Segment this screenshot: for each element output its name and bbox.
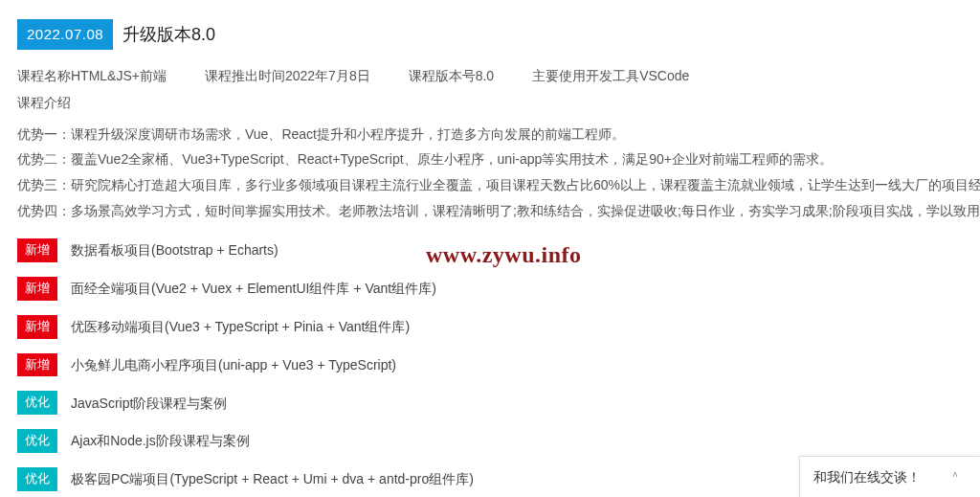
advantage-item: 优势一：课程升级深度调研市场需求，Vue、React提升和小程序提升，打造多方向… <box>17 122 963 147</box>
tag-new: 新增 <box>17 238 57 262</box>
change-text: 面经全端项目(Vue2 + Vuex + ElementUI组件库 + Vant… <box>71 278 436 299</box>
tag-new: 新增 <box>17 277 57 301</box>
watermark-text: www.zywu.info <box>426 237 582 273</box>
tag-optimize: 优化 <box>17 429 57 453</box>
chevron-up-icon: ＾ <box>949 467 961 486</box>
header-row: 2022.07.08 升级版本8.0 <box>17 19 963 50</box>
advantage-list: 优势一：课程升级深度调研市场需求，Vue、React提升和小程序提升，打造多方向… <box>17 122 963 223</box>
tag-new: 新增 <box>17 353 57 377</box>
change-text: JavaScript阶段课程与案例 <box>71 393 227 414</box>
tag-optimize: 优化 <box>17 391 57 415</box>
advantage-item: 优势四：多场景高效学习方式，短时间掌握实用技术。老师教法培训，课程清晰明了;教和… <box>17 198 963 224</box>
chat-widget[interactable]: 和我们在线交谈！ ＾ <box>799 456 980 497</box>
date-badge: 2022.07.08 <box>17 19 113 50</box>
meta-course-name: 课程名称HTML&JS+前端 <box>17 65 167 86</box>
tag-optimize: 优化 <box>17 467 57 491</box>
change-row: 新增 优医移动端项目(Vue3 + TypeScript + Pinia + V… <box>17 315 963 339</box>
upgrade-title: 升级版本8.0 <box>122 21 215 49</box>
change-row: 新增 面经全端项目(Vue2 + Vuex + ElementUI组件库 + V… <box>17 277 963 301</box>
change-text: 数据看板项目(Bootstrap + Echarts) <box>71 239 278 260</box>
change-row: 优化 Ajax和Node.js阶段课程与案例 <box>17 429 963 453</box>
change-row: 优化 JavaScript阶段课程与案例 <box>17 391 963 415</box>
meta-version: 课程版本号8.0 <box>409 65 494 86</box>
meta-row: 课程名称HTML&JS+前端 课程推出时间2022年7月8日 课程版本号8.0 … <box>17 65 963 86</box>
change-text: 极客园PC端项目(TypeScript + React + Umi + dva … <box>71 468 474 489</box>
meta-release-time: 课程推出时间2022年7月8日 <box>205 65 370 86</box>
advantage-item: 优势三：研究院精心打造超大项目库，多行业多领域项目课程主流行业全覆盖，项目课程天… <box>17 172 963 198</box>
meta-tool: 主要使用开发工具VSCode <box>532 65 689 86</box>
change-row: 新增 小兔鲜儿电商小程序项目(uni-app + Vue3 + TypeScri… <box>17 353 963 377</box>
chat-label: 和我们在线交谈！ <box>813 466 921 487</box>
change-text: 优医移动端项目(Vue3 + TypeScript + Pinia + Vant… <box>71 316 410 337</box>
change-text: 小兔鲜儿电商小程序项目(uni-app + Vue3 + TypeScript) <box>71 354 396 375</box>
advantage-item: 优势二：覆盖Vue2全家桶、Vue3+TypeScript、React+Type… <box>17 147 963 172</box>
intro-label: 课程介绍 <box>17 92 963 113</box>
tag-new: 新增 <box>17 315 57 339</box>
change-text: Ajax和Node.js阶段课程与案例 <box>71 430 250 451</box>
